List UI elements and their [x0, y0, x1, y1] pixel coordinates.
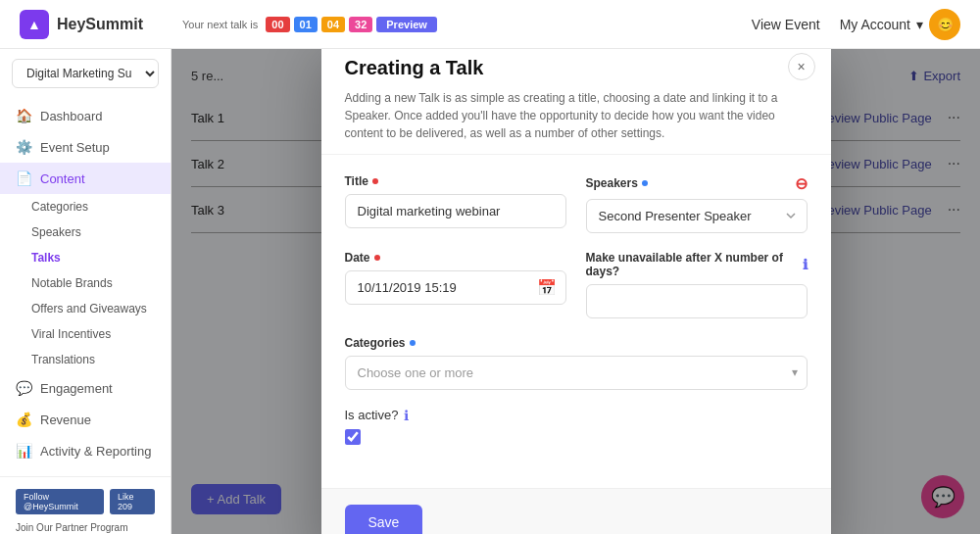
form-row-title-speakers: Title Speakers ⊖: [345, 174, 808, 233]
is-active-checkbox-label[interactable]: [345, 429, 410, 449]
layout: Digital Marketing Sum... 🏠 Dashboard ⚙️ …: [0, 49, 980, 534]
sidebar-sub-item-speakers[interactable]: Speakers: [0, 219, 171, 245]
sidebar-item-event-setup[interactable]: ⚙️ Event Setup: [0, 131, 171, 163]
unavailable-label: Make unavailable after X number of days?…: [586, 251, 808, 278]
sidebar-sub-item-talks[interactable]: Talks: [0, 245, 171, 270]
modal-title: Creating a Talk: [345, 57, 808, 79]
sidebar-sub-item-translations[interactable]: Translations: [0, 347, 171, 372]
timer-badges: 00 01 04 32 Preview: [266, 17, 437, 32]
categories-select-wrapper: Choose one or more ▾: [345, 356, 808, 390]
unavailable-input[interactable]: [586, 284, 808, 318]
activity-icon: 📊: [16, 443, 32, 459]
categories-select[interactable]: Choose one or more: [345, 356, 808, 390]
logo-area: ▲ HeySummit: [20, 10, 143, 39]
sidebar: Digital Marketing Sum... 🏠 Dashboard ⚙️ …: [0, 49, 172, 534]
date-required-indicator: [374, 255, 380, 261]
timer-badge-1: 01: [294, 17, 318, 32]
speakers-label: Speakers ⊖: [586, 174, 808, 193]
sidebar-item-label: Revenue: [40, 413, 91, 427]
sidebar-item-label: Content: [40, 171, 85, 186]
sidebar-sub-item-categories[interactable]: Categories: [0, 194, 171, 219]
sidebar-footer: Follow @HeySummit Like 209 Join Our Part…: [0, 476, 171, 534]
sidebar-sub-item-viral-incentives[interactable]: Viral Incentives: [0, 321, 171, 347]
app-name: HeySummit: [57, 16, 143, 33]
partner-text[interactable]: Join Our Partner Program: [16, 522, 155, 533]
modal-dialog: Creating a Talk Adding a new Talk is as …: [321, 49, 831, 534]
sidebar-item-label: Engagement: [40, 381, 113, 396]
avatar: 😊: [929, 9, 960, 40]
dashboard-icon: 🏠: [16, 108, 32, 123]
nav-center: Your next talk is 00 01 04 32 Preview: [182, 17, 752, 32]
sidebar-item-revenue[interactable]: 💰 Revenue: [0, 404, 171, 435]
sidebar-item-engagement[interactable]: 💬 Engagement: [0, 372, 171, 404]
is-active-label-group: Is active? ℹ: [345, 408, 410, 449]
chevron-down-icon: ▾: [916, 17, 923, 32]
sidebar-sub-item-offers-giveaways[interactable]: Offers and Giveaways: [0, 296, 171, 321]
form-col-speakers: Speakers ⊖ Second Presenter Speaker: [586, 174, 808, 233]
sidebar-item-label: Dashboard: [40, 109, 103, 123]
date-input[interactable]: [345, 270, 566, 305]
modal-header: Creating a Talk Adding a new Talk is as …: [321, 49, 831, 155]
form-row-date-unavailable: Date 📅 Make unavailable after X number o…: [345, 251, 808, 318]
remove-speaker-button[interactable]: ⊖: [795, 174, 808, 193]
nav-right: View Event My Account ▾ 😊: [752, 9, 960, 40]
sidebar-item-label: Event Setup: [40, 140, 110, 155]
sidebar-sub-item-notable-brands[interactable]: Notable Brands: [0, 270, 171, 296]
is-active-label: Is active?: [345, 408, 399, 422]
categories-label: Categories: [345, 336, 808, 350]
timer-badge-0: 00: [266, 17, 289, 32]
sidebar-item-activity-reporting[interactable]: 📊 Activity & Reporting: [0, 435, 171, 466]
modal-description: Adding a new Talk is as simple as creati…: [345, 89, 808, 142]
modal-overlay: Creating a Talk Adding a new Talk is as …: [172, 49, 980, 534]
engagement-icon: 💬: [16, 380, 32, 396]
modal-footer: Save: [321, 488, 831, 535]
is-active-info-icon[interactable]: ℹ: [404, 408, 409, 423]
logo-icon: ▲: [20, 10, 49, 39]
social-badges: Follow @HeySummit Like 209: [16, 489, 155, 514]
title-required-indicator: [372, 178, 378, 184]
my-account-menu[interactable]: My Account ▾ 😊: [840, 9, 960, 40]
form-col-unavailable: Make unavailable after X number of days?…: [586, 251, 808, 318]
event-selector[interactable]: Digital Marketing Sum...: [12, 59, 159, 88]
modal-body: Title Speakers ⊖: [321, 155, 831, 488]
date-input-wrapper: 📅: [345, 270, 566, 305]
timer-badge-2: 04: [321, 17, 345, 32]
form-col-date: Date 📅: [345, 251, 566, 318]
content-icon: 📄: [16, 170, 32, 186]
form-col-title: Title: [345, 174, 566, 233]
categories-row: Categories Choose one or more ▾: [345, 336, 808, 390]
speakers-required-indicator: [642, 180, 648, 186]
top-nav: ▲ HeySummit Your next talk is 00 01 04 3…: [0, 0, 980, 49]
date-label: Date: [345, 251, 566, 265]
title-input[interactable]: [345, 194, 566, 228]
is-active-row: Is active? ℹ: [345, 408, 808, 449]
twitter-follow-btn[interactable]: Follow @HeySummit: [16, 489, 104, 514]
facebook-like-btn[interactable]: Like 209: [110, 489, 155, 514]
view-event-link[interactable]: View Event: [752, 17, 820, 32]
nav-alert-text: Your next talk is: [182, 19, 258, 30]
preview-badge[interactable]: Preview: [376, 17, 437, 32]
modal-close-button[interactable]: ×: [788, 53, 815, 80]
chevron-down-icon: ▾: [792, 365, 798, 379]
my-account-label: My Account: [840, 17, 910, 32]
event-setup-icon: ⚙️: [16, 139, 32, 155]
speakers-select[interactable]: Second Presenter Speaker: [586, 199, 808, 233]
sidebar-item-content[interactable]: 📄 Content: [0, 163, 171, 194]
revenue-icon: 💰: [16, 412, 32, 427]
calendar-icon[interactable]: 📅: [537, 278, 557, 297]
main-content: 5 re... ⬆ Export Talk 1 👁 Preview Public…: [172, 49, 980, 534]
sidebar-item-dashboard[interactable]: 🏠 Dashboard: [0, 100, 171, 131]
is-active-checkbox[interactable]: [345, 429, 361, 445]
unavailable-info-icon[interactable]: ℹ: [803, 257, 808, 272]
sidebar-item-label: Activity & Reporting: [40, 444, 151, 459]
categories-required-indicator: [410, 340, 416, 346]
title-label: Title: [345, 174, 566, 188]
timer-badge-3: 32: [349, 17, 372, 32]
save-button[interactable]: Save: [345, 505, 423, 535]
